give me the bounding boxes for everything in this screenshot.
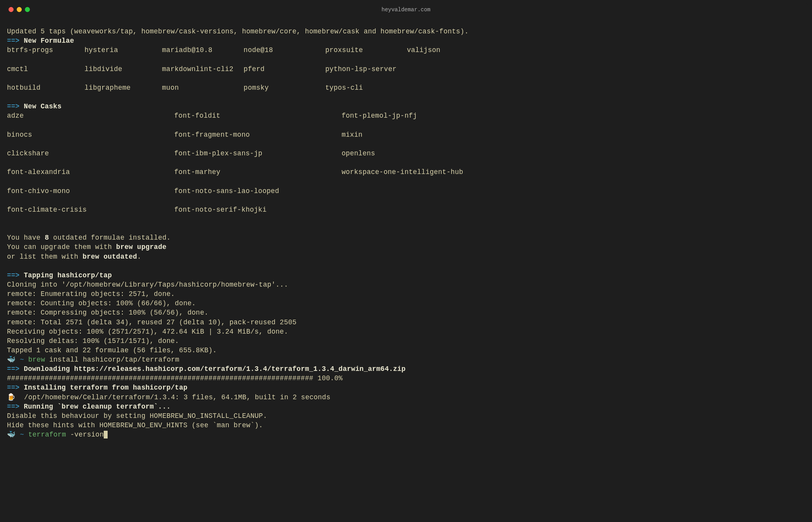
formula-item: mariadb@10.8	[162, 45, 244, 55]
formula-item: proxsuite	[325, 45, 407, 55]
terminal-body[interactable]: Updated 5 taps (weaveworks/tap, homebrew…	[3, 16, 809, 443]
close-icon[interactable]	[9, 7, 14, 12]
clone-line: remote: Counting objects: 100% (66/66), …	[7, 299, 196, 307]
cursor-icon	[104, 431, 108, 438]
casks-row: font-climate-crisisfont-noto-serif-khojk…	[7, 205, 805, 214]
section-installing: Installing terraform from hashicorp/tap	[24, 384, 187, 392]
casks-row: binocsfont-fragment-monomixin	[7, 130, 805, 139]
cask-item: font-alexandria	[7, 167, 174, 177]
prompt-args: install hashicorp/tap/terraform	[45, 356, 179, 364]
progress-bar: ########################################…	[7, 374, 343, 382]
section-arrow: ==>	[7, 403, 19, 411]
outdated-line: outdated formulae installed.	[49, 234, 171, 242]
clone-line: remote: Enumerating objects: 2571, done.	[7, 290, 175, 298]
cask-item: binocs	[7, 130, 174, 139]
formula-item: cmctl	[7, 64, 85, 74]
whale-icon: 🐳	[7, 431, 16, 438]
cask-item: font-marhey	[174, 167, 342, 177]
traffic-lights	[9, 7, 30, 12]
cask-item: font-noto-serif-khojki	[174, 205, 342, 214]
section-new-casks: New Casks	[24, 103, 61, 110]
beer-icon: 🍺	[7, 393, 16, 401]
cask-item: workspace-one-intelligent-hub	[342, 167, 463, 177]
section-tapping: Tapping hashicorp/tap	[24, 271, 112, 279]
cask-item: openlens	[342, 149, 375, 158]
window-title: heyvaldemar.com	[382, 7, 430, 13]
formula-item: hotbuild	[7, 83, 85, 92]
section-arrow: ==>	[7, 384, 19, 392]
brew-upgrade: brew upgrade	[116, 243, 167, 251]
titlebar: heyvaldemar.com	[3, 3, 809, 16]
casks-row: clicksharefont-ibm-plex-sans-jpopenlens	[7, 149, 805, 158]
formula-item: markdownlint-cli2	[162, 64, 244, 74]
section-running: Running `brew cleanup terraform`...	[24, 403, 171, 411]
formula-item: muon	[162, 83, 244, 92]
clone-line: Cloning into '/opt/homebrew/Library/Taps…	[7, 281, 288, 289]
clone-line: Resolving deltas: 100% (1571/1571), done…	[7, 337, 179, 345]
casks-row: adzefont-folditfont-plemol-jp-nfj	[7, 111, 805, 120]
cask-item: font-chivo-mono	[7, 186, 174, 196]
section-new-formulae: New Formulae	[24, 37, 74, 45]
install-path: /opt/homebrew/Cellar/terraform/1.3.4: 3 …	[16, 393, 330, 401]
casks-row: font-alexandriafont-marheyworkspace-one-…	[7, 167, 805, 177]
minimize-icon[interactable]	[17, 7, 22, 12]
cask-item: font-ibm-plex-sans-jp	[174, 149, 342, 158]
outdated-line: .	[137, 253, 141, 261]
prompt-tilde: ~	[20, 356, 24, 364]
section-downloading: Downloading https://releases.hashicorp.c…	[24, 365, 406, 373]
cask-item: font-noto-sans-lao-looped	[174, 186, 342, 196]
clone-line: remote: Compressing objects: 100% (56/56…	[7, 309, 208, 317]
formula-item: typos-cli	[325, 83, 407, 92]
prompt-command: brew	[28, 356, 45, 364]
cask-item: adze	[7, 111, 174, 120]
clone-line: Receiving objects: 100% (2571/2571), 472…	[7, 328, 288, 336]
formula-item: libgrapheme	[85, 83, 162, 92]
brew-outdated: brew outdated	[82, 253, 137, 261]
cask-item: font-climate-crisis	[7, 205, 174, 214]
formula-item: pferd	[244, 64, 325, 74]
formula-item: node@18	[244, 45, 325, 55]
outdated-line: You can upgrade them with	[7, 243, 116, 251]
cask-item: clickshare	[7, 149, 174, 158]
formula-item: python-lsp-server	[325, 64, 407, 74]
outdated-line: You have	[7, 234, 45, 242]
section-arrow: ==>	[7, 103, 19, 110]
maximize-icon[interactable]	[25, 7, 30, 12]
terminal-window: heyvaldemar.com Updated 5 taps (weavewor…	[3, 3, 809, 443]
formula-item: btrfs-progs	[7, 45, 85, 55]
cask-item: font-foldit	[174, 111, 342, 120]
formulae-row: cmctllibdividemarkdownlint-cli2pferdpyth…	[7, 64, 805, 74]
formula-item: valijson	[407, 45, 440, 55]
clone-line: remote: Total 2571 (delta 34), reused 27…	[7, 318, 296, 326]
prompt-command: terraform	[28, 431, 66, 438]
whale-icon: 🐳	[7, 356, 16, 364]
outdated-line: or list them with	[7, 253, 82, 261]
section-arrow: ==>	[7, 365, 19, 373]
cask-item: mixin	[342, 130, 362, 139]
formulae-row: hotbuildlibgraphememuonpomskytypos-cli	[7, 83, 805, 92]
line-updated: Updated 5 taps (weaveworks/tap, homebrew…	[7, 28, 469, 35]
formula-item: libdivide	[85, 64, 162, 74]
prompt-args: -version	[66, 431, 104, 438]
clone-line: Tapped 1 cask and 22 formulae (56 files,…	[7, 346, 217, 354]
prompt-tilde: ~	[20, 431, 24, 438]
cleanup-line: Hide these hints with HOMEBREW_NO_ENV_HI…	[7, 421, 263, 429]
formula-item: pomsky	[244, 83, 325, 92]
formula-item: hysteria	[85, 45, 162, 55]
casks-row: font-chivo-monofont-noto-sans-lao-looped	[7, 186, 805, 196]
cask-item: font-fragment-mono	[174, 130, 342, 139]
cask-item: font-plemol-jp-nfj	[342, 111, 417, 120]
formulae-row: btrfs-progshysteriamariadb@10.8node@18pr…	[7, 45, 805, 55]
outdated-count: 8	[45, 234, 49, 242]
cleanup-line: Disable this behaviour by setting HOMEBR…	[7, 412, 267, 420]
section-arrow: ==>	[7, 37, 19, 45]
section-arrow: ==>	[7, 271, 19, 279]
